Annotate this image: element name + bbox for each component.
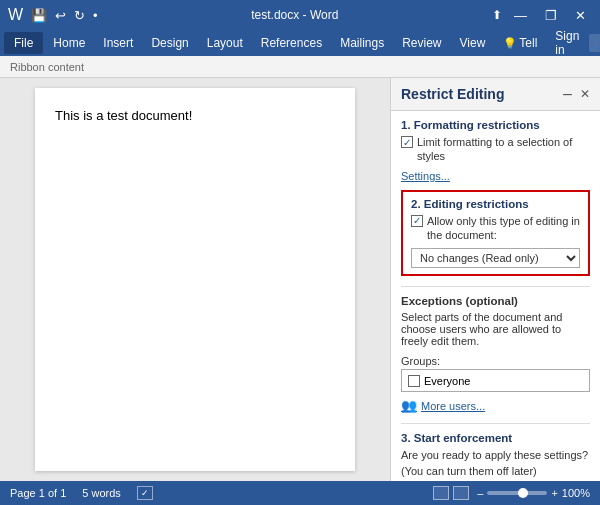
enforcement-title: 3. Start enforcement: [401, 432, 590, 444]
exceptions-title: Exceptions (optional): [401, 295, 590, 307]
tab-view[interactable]: View: [452, 34, 494, 52]
view-print-icon[interactable]: [453, 486, 469, 500]
tab-design[interactable]: Design: [143, 34, 196, 52]
panel-header: Restrict Editing – ✕: [391, 78, 600, 111]
panel-close-button[interactable]: ✕: [580, 87, 590, 101]
word-icon: W: [8, 6, 23, 24]
restore-button[interactable]: ❐: [539, 6, 563, 25]
status-right: – + 100%: [433, 486, 590, 500]
editing-checkbox[interactable]: [411, 215, 423, 227]
divider-2: [401, 423, 590, 424]
formatting-checkbox[interactable]: [401, 136, 413, 148]
editing-restrictions-title: 2. Editing restrictions: [411, 198, 580, 210]
tab-references[interactable]: References: [253, 34, 330, 52]
tab-home[interactable]: Home: [45, 34, 93, 52]
tab-file[interactable]: File: [4, 32, 43, 54]
signin-button[interactable]: Sign in: [547, 27, 587, 59]
status-left: Page 1 of 1 5 words ✓: [10, 486, 153, 500]
groups-label: Groups:: [401, 355, 590, 367]
panel-minimize-icon[interactable]: –: [563, 86, 572, 102]
tab-tell[interactable]: 💡 Tell: [495, 34, 545, 52]
formatting-checkbox-label: Limit formatting to a selection of style…: [417, 135, 590, 164]
ribbon: Ribbon content: [0, 56, 600, 78]
main-area: This is a test document! Restrict Editin…: [0, 78, 600, 481]
panel-body: 1. Formatting restrictions Limit formatt…: [391, 111, 600, 481]
ribbon-tabs: File Home Insert Design Layout Reference…: [0, 30, 600, 56]
zoom-percentage: 100%: [562, 487, 590, 499]
everyone-group: Everyone: [401, 369, 590, 392]
tab-review[interactable]: Review: [394, 34, 449, 52]
panel-title: Restrict Editing: [401, 86, 504, 102]
document-title: test.docx - Word: [98, 8, 492, 22]
editing-type-dropdown[interactable]: No changes (Read only): [411, 248, 580, 268]
redo-icon[interactable]: ↻: [74, 8, 85, 23]
title-bar-left: W 💾 ↩ ↻ •: [8, 6, 98, 24]
title-bar: W 💾 ↩ ↻ • test.docx - Word ⬆ — ❐ ✕: [0, 0, 600, 30]
settings-link[interactable]: Settings...: [401, 170, 590, 182]
tab-insert[interactable]: Insert: [95, 34, 141, 52]
exceptions-section: Exceptions (optional) Select parts of th…: [401, 295, 590, 413]
editing-restrictions-box: 2. Editing restrictions Allow only this …: [401, 190, 590, 277]
formatting-checkbox-row: Limit formatting to a selection of style…: [401, 135, 590, 164]
minimize-button[interactable]: —: [508, 6, 533, 25]
formatting-restrictions-title: 1. Formatting restrictions: [401, 119, 590, 131]
share-button[interactable]: 👤 Share: [589, 34, 600, 52]
more-users-text: More users...: [421, 400, 485, 412]
zoom-minus-icon[interactable]: –: [477, 487, 483, 499]
close-button[interactable]: ✕: [569, 6, 592, 25]
tab-mailings[interactable]: Mailings: [332, 34, 392, 52]
status-bar: Page 1 of 1 5 words ✓ – + 100%: [0, 481, 600, 505]
everyone-label: Everyone: [424, 375, 470, 387]
divider-1: [401, 286, 590, 287]
proofing-icon[interactable]: ✓: [137, 486, 153, 500]
document-area: This is a test document!: [0, 78, 390, 481]
enforcement-description: Are you ready to apply these settings? (…: [401, 448, 590, 479]
more-users-link[interactable]: 👥 More users...: [401, 398, 590, 413]
editing-checkbox-label: Allow only this type of editing in the d…: [427, 214, 580, 243]
restrict-editing-panel: Restrict Editing – ✕ 1. Formatting restr…: [390, 78, 600, 481]
tab-layout[interactable]: Layout: [199, 34, 251, 52]
exceptions-description: Select parts of the document and choose …: [401, 311, 590, 347]
word-count: 5 words: [82, 487, 121, 499]
save-icon[interactable]: 💾: [31, 8, 47, 23]
undo-icon[interactable]: ↩: [55, 8, 66, 23]
zoom-slider-thumb: [518, 488, 528, 498]
everyone-checkbox[interactable]: [408, 375, 420, 387]
editing-checkbox-row: Allow only this type of editing in the d…: [411, 214, 580, 243]
editing-dropdown-row: No changes (Read only): [411, 248, 580, 268]
document-page: This is a test document!: [35, 88, 355, 471]
title-bar-controls: ⬆ — ❐ ✕: [492, 6, 592, 25]
zoom-control: – + 100%: [477, 487, 590, 499]
users-icon: 👥: [401, 398, 417, 413]
zoom-slider-track[interactable]: [487, 491, 547, 495]
ribbon-placeholder: Ribbon content: [10, 61, 84, 73]
view-read-icon[interactable]: [433, 486, 449, 500]
page-info: Page 1 of 1: [10, 487, 66, 499]
section-formatting: 1. Formatting restrictions Limit formatt…: [401, 119, 590, 182]
document-content: This is a test document!: [55, 108, 192, 123]
enforcement-section: 3. Start enforcement Are you ready to ap…: [401, 432, 590, 481]
upload-icon[interactable]: ⬆: [492, 8, 502, 22]
view-mode-icons: [433, 486, 469, 500]
zoom-plus-icon[interactable]: +: [551, 487, 557, 499]
